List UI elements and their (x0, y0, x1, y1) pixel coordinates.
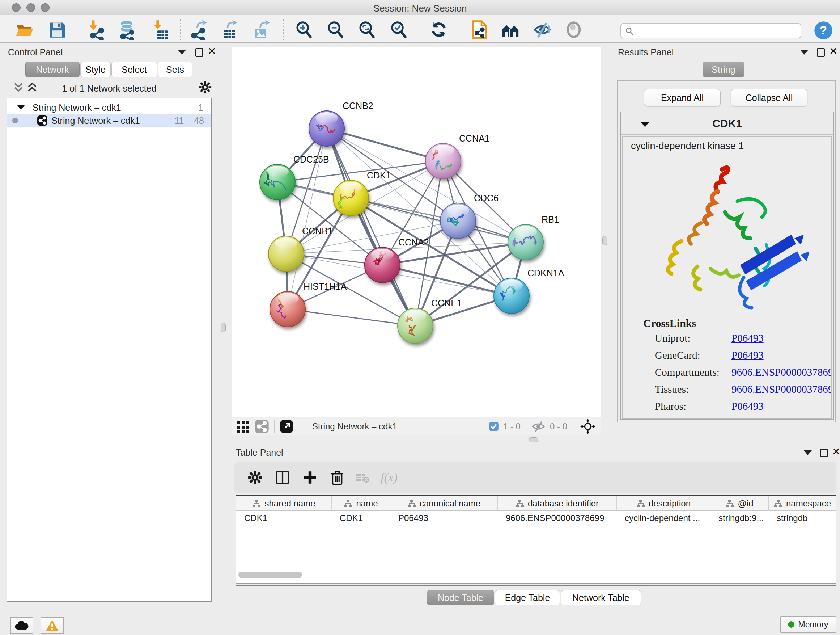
column-type-icon (252, 500, 261, 508)
zoom-fit-button[interactable] (357, 19, 377, 40)
column-header[interactable]: description (617, 496, 711, 511)
network-collection-row[interactable]: String Network – cdk1 1 (7, 101, 211, 114)
save-session-button[interactable] (47, 19, 67, 40)
panel-float-button[interactable] (820, 448, 828, 457)
table-cell[interactable]: 9606.ENSP00000378699 (498, 511, 617, 525)
column-header[interactable]: @id (711, 496, 769, 511)
panel-close-button[interactable]: ✕ (208, 47, 216, 56)
delete-column-icon[interactable] (330, 470, 344, 485)
network-row[interactable]: String Network – cdk1 11 48 (7, 114, 211, 127)
table-cell[interactable]: CDK1 (332, 511, 390, 525)
table-cell[interactable]: stringdb (769, 511, 836, 525)
open-session-button[interactable] (14, 19, 35, 40)
tab-select[interactable]: Select (111, 62, 157, 78)
tab-string[interactable]: String (703, 62, 745, 78)
fit-selected-crosshair-icon[interactable] (580, 419, 595, 434)
refresh-button[interactable] (429, 19, 449, 40)
import-table-button[interactable] (150, 19, 171, 40)
help-button[interactable]: ? (813, 20, 834, 41)
column-header[interactable]: namespace (769, 496, 836, 511)
graph-node-label: CDC6 (474, 193, 499, 203)
table-cell[interactable]: stringdb:9... (711, 511, 769, 525)
right-splitter-handle[interactable] (602, 236, 607, 245)
tab-network[interactable]: Network (25, 62, 80, 78)
panel-close-button[interactable]: ✕ (832, 448, 840, 456)
table-cell[interactable]: P06493 (390, 511, 498, 525)
graph-edge-CCNA2-CDKN1A[interactable] (382, 265, 512, 296)
collapse-all-button[interactable]: Collapse All (731, 89, 807, 106)
memory-button[interactable]: Memory (780, 616, 836, 633)
tab-node-table[interactable]: Node Table (427, 590, 494, 605)
graph-node-CCNA1[interactable]: CCNA1 (425, 133, 490, 179)
graph-node-CDC6[interactable]: CDC6 (440, 193, 499, 239)
export-image-button[interactable] (251, 19, 271, 40)
panel-float-button[interactable] (195, 48, 203, 57)
network-share-icon[interactable] (255, 419, 269, 434)
panel-menu-caret[interactable] (800, 50, 808, 55)
cloud-button[interactable] (10, 617, 33, 633)
zoom-out-button[interactable] (325, 19, 346, 40)
graph-edge-CCNE1-HIST1H1A[interactable] (287, 309, 415, 326)
panel-menu-caret[interactable] (178, 50, 186, 55)
column-header[interactable]: shared name (236, 496, 332, 511)
network-options-gear-icon[interactable] (198, 80, 212, 94)
column-header[interactable]: canonical name (390, 496, 498, 511)
import-network-file-button[interactable] (86, 19, 106, 40)
table-options-gear-icon[interactable] (248, 470, 263, 485)
graph-node-CDK1[interactable]: CDK1 (333, 170, 391, 216)
crosslink-value[interactable]: P06493 (731, 401, 764, 417)
graph-node-label: CCNB1 (302, 226, 333, 236)
zoom-in-button[interactable] (294, 19, 314, 40)
crosslink-value[interactable]: 9606.ENSP00000378699 (731, 366, 832, 383)
tab-style[interactable]: Style (80, 62, 111, 78)
crosslink-value[interactable]: 9606.ENSP00000378699 (731, 383, 832, 401)
crosslink-value[interactable]: P06493 (731, 349, 764, 366)
share-document-icon (469, 19, 489, 40)
grid-view-icon[interactable] (237, 420, 249, 433)
share-document-button[interactable] (469, 19, 489, 40)
table-row[interactable]: CDK1 CDK1 P06493 9606.ENSP00000378699 cy… (236, 511, 836, 525)
panel-float-button[interactable] (817, 48, 825, 57)
graph-node-label: CCNA1 (459, 133, 490, 143)
zoom-selected-button[interactable] (388, 19, 409, 40)
graph-edge-CCNB2-CCNE1[interactable] (327, 128, 415, 326)
eye-button[interactable] (564, 19, 584, 40)
bottom-splitter-handle[interactable] (529, 437, 538, 442)
add-column-icon[interactable] (302, 470, 317, 485)
hidden-eye-icon[interactable] (531, 420, 546, 432)
export-table-button[interactable] (220, 19, 240, 40)
panel-menu-caret[interactable] (804, 450, 812, 455)
graph-node-CCNB1[interactable]: CCNB1 (268, 226, 333, 272)
graph-node-CCNE1[interactable]: CCNE1 (398, 298, 462, 344)
panel-close-button[interactable]: ✕ (829, 47, 837, 56)
crosslinks-list: Uniprot: P06493 GeneCard: P06493 Compart… (655, 333, 832, 417)
table-cell[interactable]: CDK1 (236, 511, 332, 525)
expand-all-button[interactable]: Expand All (644, 89, 721, 106)
column-type-icon (515, 500, 524, 508)
tree-expand-caret[interactable] (17, 105, 25, 110)
graph-node-CDKN1A[interactable]: CDKN1A (494, 268, 564, 314)
left-splitter-handle[interactable] (221, 323, 226, 333)
network-canvas[interactable]: CCNB2CCNA1CDC25BCDK1CDC6RB1CCNB1CCNA2CDK… (232, 47, 601, 417)
graph-edge-CCNB2-CCNA1[interactable] (327, 128, 443, 161)
show-hide-graphics-button[interactable] (532, 19, 553, 40)
column-header[interactable]: database identifier (498, 496, 617, 511)
column-header[interactable]: name (332, 496, 390, 511)
crosslink-value[interactable]: P06493 (731, 333, 764, 349)
open-in-window-icon[interactable] (279, 420, 294, 433)
import-database-icon (117, 19, 137, 40)
selected-checkbox-icon[interactable] (489, 421, 499, 432)
tab-sets[interactable]: Sets (158, 62, 193, 78)
tab-network-table[interactable]: Network Table (561, 590, 641, 605)
show-columns-icon[interactable] (275, 470, 290, 485)
table-cell[interactable]: cyclin-dependent ... (617, 511, 711, 525)
warnings-button[interactable] (41, 617, 64, 633)
search-input[interactable] (621, 23, 801, 38)
graph-node-RB1[interactable]: RB1 (508, 214, 559, 260)
import-network-database-button[interactable] (117, 19, 137, 40)
horizontal-scrollbar-thumb[interactable] (238, 572, 302, 578)
tab-edge-table[interactable]: Edge Table (495, 590, 560, 605)
graph-node-HIST1H1A[interactable]: HIST1H1A (270, 281, 347, 327)
home-button[interactable] (500, 19, 521, 40)
export-network-button[interactable] (189, 19, 209, 40)
